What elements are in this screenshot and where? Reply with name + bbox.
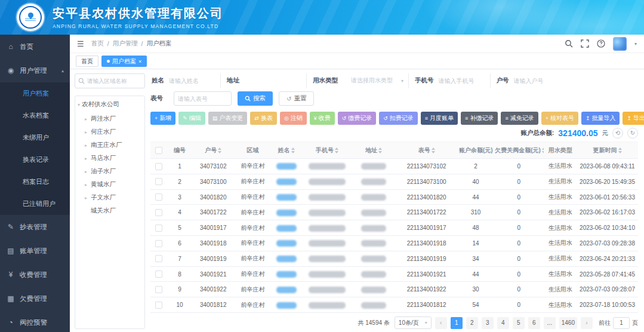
tab-用户档案[interactable]: 用户档案× — [101, 56, 147, 67]
row-checkbox[interactable] — [155, 178, 162, 185]
toolbar-button-注销[interactable]: ◎注销 — [280, 112, 307, 125]
page-button-5[interactable]: 5 — [513, 317, 525, 329]
row-checkbox[interactable] — [155, 225, 162, 232]
help-icon[interactable] — [597, 39, 605, 48]
sort-icon[interactable] — [432, 147, 435, 153]
page-button-6[interactable]: 6 — [528, 317, 540, 329]
breadcrumb-item[interactable]: 首页 — [91, 39, 104, 48]
address-input[interactable] — [244, 78, 301, 84]
page-button-3[interactable]: 3 — [482, 317, 494, 329]
page-button-4[interactable]: 4 — [497, 317, 509, 329]
page-button-2[interactable]: 2 — [466, 317, 478, 329]
tree-node-马店水厂[interactable]: ▸马店水厂 — [78, 152, 142, 165]
row-checkbox[interactable] — [155, 286, 162, 293]
search-icon[interactable] — [565, 39, 573, 48]
user-avatar[interactable] — [613, 37, 627, 51]
breadcrumb-item[interactable]: 用户管理 — [113, 39, 138, 48]
water-type-select[interactable]: 用水类型 请选择用水类型 ▾ — [306, 73, 408, 88]
sidebar-subitem-换表记录[interactable]: 换表记录 — [0, 149, 70, 171]
tree-node-何庄水厂[interactable]: ▸何庄水厂 — [78, 125, 142, 139]
phone-input[interactable] — [439, 78, 485, 84]
sidebar-collapse-icon[interactable]: ☰ — [77, 39, 84, 48]
column-header-欠费关阀金额(元)[interactable]: 欠费关阀金额(元) — [494, 142, 544, 159]
tree-node-油子水厂[interactable]: ▸油子水厂 — [78, 165, 142, 178]
name-input[interactable] — [169, 78, 215, 84]
toolbar-button-核对表号[interactable]: +核对表号 — [541, 112, 578, 125]
tree-node-城关水厂[interactable]: 城关水厂 — [78, 204, 142, 217]
sidebar-item-收费管理[interactable]: ¥收费管理 — [0, 263, 70, 287]
toolbar-button-换表[interactable]: ⇄换表 — [250, 112, 277, 125]
toolbar-button-户表变更[interactable]: ▤户表变更 — [208, 112, 248, 125]
select-all-checkbox[interactable] — [155, 147, 162, 154]
row-checkbox[interactable] — [155, 270, 162, 278]
toolbar-button-缴费记录[interactable]: ↺缴费记录 — [338, 112, 377, 125]
sidebar-item-阀控预警[interactable]: ◔阀控预警 — [0, 311, 70, 332]
toolbar-button-减免记录[interactable]: ≡减免记录 — [501, 112, 538, 125]
fullscreen-icon[interactable] — [581, 39, 589, 48]
sort-icon[interactable] — [335, 147, 338, 153]
column-header-更新时间[interactable]: 更新时间 — [577, 142, 638, 159]
sort-icon[interactable] — [291, 147, 295, 153]
toolbar-button-月度账单[interactable]: ≡月度账单 — [421, 112, 458, 125]
sort-icon[interactable] — [378, 147, 382, 153]
page-size-select[interactable]: 10条/页 ▾ — [395, 316, 432, 329]
search-button[interactable]: 搜索 — [238, 91, 273, 106]
sidebar-item-欠费管理[interactable]: ▦欠费管理 — [0, 287, 70, 311]
toolbar-button-扣费记录[interactable]: ↺扣费记录 — [379, 112, 418, 125]
sidebar-item-账单管理[interactable]: ▤账单管理 — [0, 239, 70, 263]
next-page-button[interactable]: › — [581, 317, 593, 329]
tree-node-子文水厂[interactable]: ▸子文水厂 — [78, 191, 142, 204]
reset-button[interactable]: ↺ 重置 — [279, 91, 314, 106]
row-checkbox[interactable] — [155, 209, 162, 216]
row-checkbox[interactable] — [155, 302, 162, 309]
row-checkbox[interactable] — [155, 163, 162, 170]
refresh-balance-button[interactable]: ⟲ — [612, 128, 623, 139]
tree-node-label: 两洼水厂 — [91, 115, 116, 123]
tree-root-node[interactable]: ▾ 农村供水公司 — [78, 100, 142, 109]
avatar-caret-icon[interactable]: ▾ — [634, 41, 637, 47]
page-button-1460[interactable]: 1460 — [559, 317, 577, 329]
sidebar-subitem-档案日志[interactable]: 档案日志 — [0, 171, 70, 193]
caret-down-icon: ▾ — [78, 102, 80, 107]
toolbar-button-批量导入[interactable]: ↥批量导入 — [581, 112, 620, 125]
column-header-户号[interactable]: 户号 — [192, 142, 235, 159]
sidebar-item-用户管理[interactable]: ◉用户管理▴ — [0, 59, 70, 82]
sidebar-item-抄表管理[interactable]: ✎抄表管理 — [0, 215, 70, 239]
tab-close-icon[interactable]: × — [138, 59, 141, 64]
sidebar-subitem-未绑用户[interactable]: 未绑用户 — [0, 127, 70, 149]
sidebar-subitem-水表档案[interactable]: 水表档案 — [0, 104, 70, 127]
toolbar-button-补缴记录[interactable]: ≡补缴记录 — [461, 112, 498, 125]
account-input[interactable] — [514, 78, 560, 84]
tab-首页[interactable]: 首页 — [76, 56, 98, 67]
column-header-表号[interactable]: 表号 — [395, 142, 457, 159]
page-button-1[interactable]: 1 — [451, 317, 463, 329]
sync-button[interactable]: ↻ — [627, 128, 638, 139]
column-header-账户余额(元)[interactable]: 账户余额(元) — [458, 142, 494, 159]
sort-icon[interactable] — [542, 147, 544, 153]
row-checkbox[interactable] — [155, 240, 162, 247]
tree-node-两洼水厂[interactable]: ▸两洼水厂 — [78, 112, 142, 125]
sidebar-subitem-已注销用户[interactable]: 已注销用户 — [0, 193, 70, 215]
toolbar-button-收费[interactable]: ¥收费 — [310, 112, 335, 125]
sort-icon[interactable] — [618, 147, 622, 153]
tree-node-黄城水厂[interactable]: ▸黄城水厂 — [78, 178, 142, 191]
toolbar-button-编辑[interactable]: ✎编辑 — [178, 112, 205, 125]
tree-node-南王庄水厂[interactable]: ▸南王庄水厂 — [78, 139, 142, 152]
row-checkbox[interactable] — [155, 193, 162, 201]
column-header-手机号[interactable]: 手机号 — [302, 142, 352, 159]
sidebar-item-首页[interactable]: ⌂首页 — [0, 35, 70, 59]
button-icon: ▤ — [212, 115, 218, 121]
toolbar-button-新增[interactable]: +新增 — [150, 112, 175, 125]
breadcrumb-separator: / — [107, 40, 109, 47]
sidebar-subitem-用户档案[interactable]: 用户档案 — [0, 82, 70, 104]
region-search-input[interactable] — [87, 78, 141, 84]
prev-page-button[interactable]: ‹ — [435, 317, 447, 329]
goto-page-input[interactable] — [613, 317, 630, 329]
toolbar-button-导出[interactable]: ↥导出 — [623, 112, 644, 125]
cell-meter-no: 221134073100 — [395, 174, 457, 189]
column-header-姓名[interactable]: 姓名 — [271, 142, 302, 159]
sort-icon[interactable] — [218, 147, 221, 153]
column-header-地址[interactable]: 地址 — [352, 142, 395, 159]
meter-input[interactable] — [174, 91, 232, 106]
row-checkbox[interactable] — [155, 255, 162, 262]
